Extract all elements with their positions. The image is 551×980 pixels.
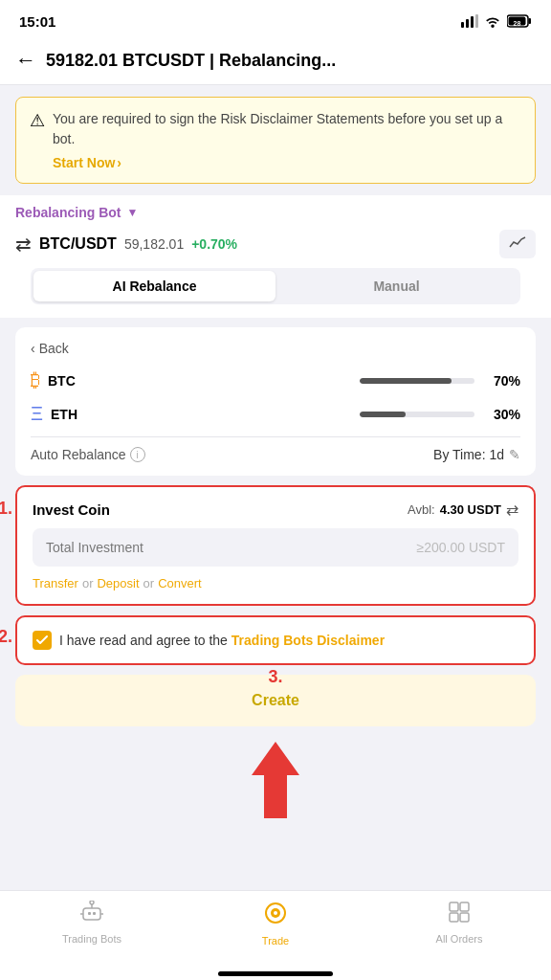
svg-rect-19 — [450, 902, 458, 911]
back-chevron-icon: ‹ — [31, 341, 35, 356]
status-icons: 28 — [461, 14, 532, 28]
bottom-nav: Trading Bots Trade All Orde — [0, 890, 551, 966]
page-title: 59182.01 BTCUSDT | Rebalancing... — [46, 51, 336, 71]
pair-change: +0.70% — [191, 236, 237, 252]
main-content: ⚠ You are required to sign the Risk Disc… — [0, 85, 551, 890]
rebalance-card: ‹ Back ₿ BTC 70% Ξ ETH 30% — [15, 327, 536, 476]
battery-icon: 28 — [507, 14, 532, 28]
eth-bar — [360, 412, 406, 417]
btc-bar-wrap — [360, 378, 474, 384]
btc-icon: ₿ — [31, 369, 40, 391]
total-investment-placeholder: ≥200.00 USDT — [416, 540, 505, 555]
auto-rebalance-label: Auto Rebalance — [31, 447, 126, 462]
chart-icon-button[interactable] — [499, 230, 536, 258]
tab-bar: AI Rebalance Manual — [31, 268, 520, 304]
link-sep-2: or — [143, 576, 155, 590]
svg-rect-20 — [460, 902, 469, 911]
transfer-avbl-icon[interactable]: ⇄ — [506, 501, 518, 519]
transfer-link[interactable]: Transfer — [33, 576, 78, 590]
convert-link[interactable]: Convert — [158, 576, 202, 590]
step-2-badge: 2. — [0, 627, 12, 647]
pair-name: BTC/USDT — [39, 235, 117, 253]
grid-icon — [448, 901, 471, 924]
agree-checkbox-row: I have read and agree to the Trading Bot… — [15, 615, 536, 665]
auto-rebalance-value[interactable]: By Time: 1d ✎ — [433, 447, 520, 462]
eth-icon: Ξ — [31, 403, 43, 425]
svg-rect-9 — [83, 908, 100, 920]
pair-row: ⇄ BTC/USDT 59,182.01 +0.70% — [15, 230, 536, 268]
invest-coin-links: Transfer or Deposit or Convert — [33, 576, 518, 590]
pair-arrows-icon: ⇄ — [15, 233, 32, 256]
tab-ai-rebalance[interactable]: AI Rebalance — [33, 271, 276, 301]
signal-icon — [461, 14, 478, 28]
trade-icon — [263, 901, 288, 925]
back-label: Back — [39, 341, 69, 356]
eth-pct: 30% — [484, 407, 520, 422]
svg-point-18 — [274, 911, 277, 915]
link-sep-1: or — [82, 576, 94, 590]
trade-nav-label: Trade — [262, 935, 289, 947]
step-3-badge: 3. — [268, 667, 282, 687]
bot-type-chevron-icon: ▼ — [126, 206, 138, 219]
eth-name: ETH — [51, 407, 360, 422]
back-button[interactable]: ← — [15, 48, 36, 73]
trading-bots-nav-label: Trading Bots — [62, 933, 121, 945]
all-orders-nav-label: All Orders — [436, 933, 483, 945]
svg-point-13 — [90, 901, 94, 904]
status-bar: 15:01 28 — [0, 0, 551, 38]
step-1-badge: 1. — [0, 499, 12, 519]
trading-bots-nav-icon — [79, 901, 104, 929]
svg-rect-21 — [450, 913, 458, 922]
svg-marker-8 — [252, 742, 299, 818]
trade-nav-icon — [263, 901, 288, 931]
allocation-btc: ₿ BTC 70% — [31, 369, 520, 391]
svg-rect-11 — [93, 912, 96, 915]
bot-type-label: Rebalancing Bot — [15, 205, 121, 220]
status-time: 15:01 — [19, 13, 55, 30]
svg-rect-2 — [471, 16, 474, 28]
bot-icon — [79, 901, 104, 924]
bot-selector[interactable]: Rebalancing Bot ▼ ⇄ BTC/USDT 59,182.01 +… — [0, 195, 551, 268]
invest-coin-header: Invest Coin Avbl: 4.30 USDT ⇄ — [33, 501, 518, 519]
total-investment-label: Total Investment — [46, 540, 143, 555]
warning-icon: ⚠ — [30, 110, 45, 131]
pair-price: 59,182.01 — [124, 236, 184, 252]
tab-manual[interactable]: Manual — [276, 271, 518, 301]
trading-bots-disclaimer-link[interactable]: Trading Bots Disclaimer — [231, 633, 385, 648]
back-row[interactable]: ‹ Back — [31, 341, 520, 356]
total-investment-row[interactable]: Total Investment ≥200.00 USDT — [33, 528, 518, 567]
create-section: 3. Create — [15, 675, 536, 726]
deposit-link[interactable]: Deposit — [97, 576, 139, 590]
nav-trading-bots[interactable]: Trading Bots — [0, 901, 184, 947]
btc-bar — [360, 378, 452, 384]
start-now-link[interactable]: Start Now › — [53, 155, 121, 170]
home-bar — [218, 971, 333, 976]
btc-name: BTC — [48, 373, 360, 389]
disclaimer-text: You are required to sign the Risk Discla… — [53, 109, 521, 149]
svg-rect-22 — [460, 913, 469, 922]
svg-rect-0 — [461, 22, 464, 28]
nav-all-orders[interactable]: All Orders — [367, 901, 551, 947]
invest-coin-avbl-value: 4.30 USDT — [440, 502, 501, 517]
wifi-icon — [484, 14, 501, 28]
header: ← 59182.01 BTCUSDT | Rebalancing... — [0, 38, 551, 85]
svg-text:28: 28 — [514, 20, 521, 27]
auto-rebalance-row: Auto Rebalance i By Time: 1d ✎ — [31, 436, 520, 462]
agree-checkbox[interactable] — [33, 631, 52, 650]
invest-coin-title: Invest Coin — [33, 501, 110, 518]
btc-pct: 70% — [484, 373, 520, 389]
arrow-indicator — [0, 726, 551, 828]
svg-rect-1 — [466, 19, 469, 28]
svg-rect-10 — [88, 912, 91, 915]
allocation-eth: Ξ ETH 30% — [31, 403, 520, 425]
invest-coin-card: Invest Coin Avbl: 4.30 USDT ⇄ Total Inve… — [15, 485, 536, 606]
auto-rebalance-info-icon[interactable]: i — [130, 447, 145, 462]
home-indicator — [0, 966, 551, 980]
auto-rebalance-edit-icon[interactable]: ✎ — [509, 447, 520, 462]
agree-checkbox-text: I have read and agree to the Trading Bot… — [59, 633, 385, 648]
up-arrow-icon — [247, 742, 304, 818]
svg-rect-5 — [529, 18, 532, 24]
invest-coin-avbl: Avbl: 4.30 USDT ⇄ — [408, 501, 518, 519]
all-orders-nav-icon — [448, 901, 471, 929]
nav-trade[interactable]: Trade — [184, 901, 367, 947]
